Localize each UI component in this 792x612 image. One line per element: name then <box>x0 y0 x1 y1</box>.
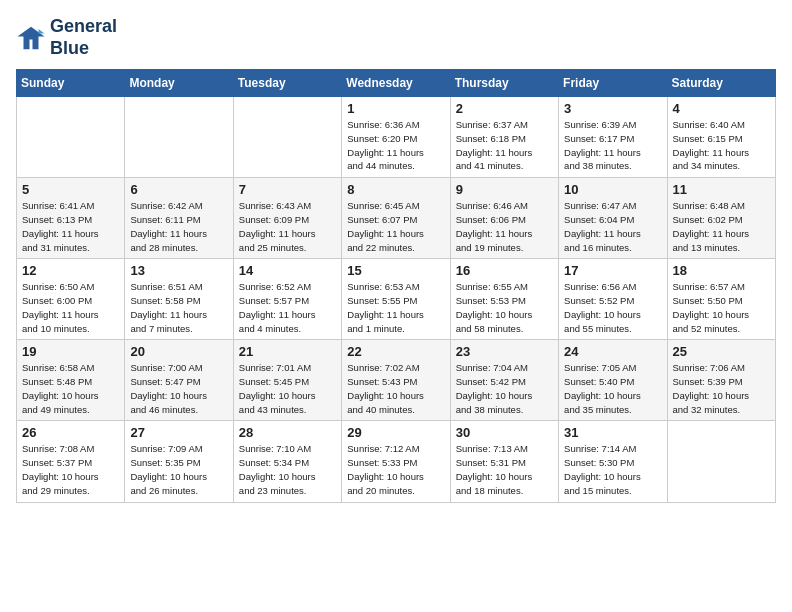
day-info: Sunrise: 6:46 AM Sunset: 6:06 PM Dayligh… <box>456 199 553 254</box>
day-number: 3 <box>564 101 661 116</box>
weekday-header: Tuesday <box>233 70 341 97</box>
calendar-cell: 17Sunrise: 6:56 AM Sunset: 5:52 PM Dayli… <box>559 259 667 340</box>
day-number: 5 <box>22 182 119 197</box>
day-info: Sunrise: 6:37 AM Sunset: 6:18 PM Dayligh… <box>456 118 553 173</box>
svg-marker-0 <box>18 26 45 49</box>
day-info: Sunrise: 7:13 AM Sunset: 5:31 PM Dayligh… <box>456 442 553 497</box>
calendar-week-row: 26Sunrise: 7:08 AM Sunset: 5:37 PM Dayli… <box>17 421 776 502</box>
weekday-header: Thursday <box>450 70 558 97</box>
day-info: Sunrise: 6:51 AM Sunset: 5:58 PM Dayligh… <box>130 280 227 335</box>
calendar-week-row: 5Sunrise: 6:41 AM Sunset: 6:13 PM Daylig… <box>17 178 776 259</box>
day-number: 9 <box>456 182 553 197</box>
calendar-cell <box>17 97 125 178</box>
day-number: 1 <box>347 101 444 116</box>
day-info: Sunrise: 6:36 AM Sunset: 6:20 PM Dayligh… <box>347 118 444 173</box>
day-info: Sunrise: 7:09 AM Sunset: 5:35 PM Dayligh… <box>130 442 227 497</box>
calendar-cell: 22Sunrise: 7:02 AM Sunset: 5:43 PM Dayli… <box>342 340 450 421</box>
logo-icon <box>16 23 46 53</box>
calendar-cell: 19Sunrise: 6:58 AM Sunset: 5:48 PM Dayli… <box>17 340 125 421</box>
calendar-cell <box>667 421 775 502</box>
calendar-cell: 26Sunrise: 7:08 AM Sunset: 5:37 PM Dayli… <box>17 421 125 502</box>
day-info: Sunrise: 6:42 AM Sunset: 6:11 PM Dayligh… <box>130 199 227 254</box>
day-info: Sunrise: 6:58 AM Sunset: 5:48 PM Dayligh… <box>22 361 119 416</box>
day-number: 12 <box>22 263 119 278</box>
day-number: 30 <box>456 425 553 440</box>
logo: General Blue <box>16 16 117 59</box>
weekday-header: Wednesday <box>342 70 450 97</box>
day-number: 27 <box>130 425 227 440</box>
calendar-cell: 25Sunrise: 7:06 AM Sunset: 5:39 PM Dayli… <box>667 340 775 421</box>
day-info: Sunrise: 7:04 AM Sunset: 5:42 PM Dayligh… <box>456 361 553 416</box>
day-info: Sunrise: 7:10 AM Sunset: 5:34 PM Dayligh… <box>239 442 336 497</box>
day-number: 13 <box>130 263 227 278</box>
day-info: Sunrise: 6:41 AM Sunset: 6:13 PM Dayligh… <box>22 199 119 254</box>
day-info: Sunrise: 6:47 AM Sunset: 6:04 PM Dayligh… <box>564 199 661 254</box>
calendar-cell: 18Sunrise: 6:57 AM Sunset: 5:50 PM Dayli… <box>667 259 775 340</box>
calendar-cell: 27Sunrise: 7:09 AM Sunset: 5:35 PM Dayli… <box>125 421 233 502</box>
calendar-cell: 6Sunrise: 6:42 AM Sunset: 6:11 PM Daylig… <box>125 178 233 259</box>
day-info: Sunrise: 6:57 AM Sunset: 5:50 PM Dayligh… <box>673 280 770 335</box>
day-number: 23 <box>456 344 553 359</box>
day-number: 15 <box>347 263 444 278</box>
day-number: 2 <box>456 101 553 116</box>
day-number: 8 <box>347 182 444 197</box>
calendar-cell: 3Sunrise: 6:39 AM Sunset: 6:17 PM Daylig… <box>559 97 667 178</box>
day-info: Sunrise: 6:52 AM Sunset: 5:57 PM Dayligh… <box>239 280 336 335</box>
calendar-cell: 7Sunrise: 6:43 AM Sunset: 6:09 PM Daylig… <box>233 178 341 259</box>
day-number: 31 <box>564 425 661 440</box>
day-number: 24 <box>564 344 661 359</box>
calendar-week-row: 1Sunrise: 6:36 AM Sunset: 6:20 PM Daylig… <box>17 97 776 178</box>
calendar-cell: 30Sunrise: 7:13 AM Sunset: 5:31 PM Dayli… <box>450 421 558 502</box>
day-number: 6 <box>130 182 227 197</box>
day-number: 29 <box>347 425 444 440</box>
day-info: Sunrise: 6:53 AM Sunset: 5:55 PM Dayligh… <box>347 280 444 335</box>
calendar-cell: 14Sunrise: 6:52 AM Sunset: 5:57 PM Dayli… <box>233 259 341 340</box>
calendar-cell <box>125 97 233 178</box>
calendar-cell: 15Sunrise: 6:53 AM Sunset: 5:55 PM Dayli… <box>342 259 450 340</box>
calendar-cell: 13Sunrise: 6:51 AM Sunset: 5:58 PM Dayli… <box>125 259 233 340</box>
svg-marker-1 <box>39 29 45 34</box>
day-number: 19 <box>22 344 119 359</box>
calendar-cell: 12Sunrise: 6:50 AM Sunset: 6:00 PM Dayli… <box>17 259 125 340</box>
day-info: Sunrise: 6:50 AM Sunset: 6:00 PM Dayligh… <box>22 280 119 335</box>
calendar-cell: 4Sunrise: 6:40 AM Sunset: 6:15 PM Daylig… <box>667 97 775 178</box>
day-info: Sunrise: 6:45 AM Sunset: 6:07 PM Dayligh… <box>347 199 444 254</box>
day-number: 14 <box>239 263 336 278</box>
day-info: Sunrise: 6:55 AM Sunset: 5:53 PM Dayligh… <box>456 280 553 335</box>
day-number: 28 <box>239 425 336 440</box>
calendar-cell: 31Sunrise: 7:14 AM Sunset: 5:30 PM Dayli… <box>559 421 667 502</box>
day-number: 21 <box>239 344 336 359</box>
day-number: 10 <box>564 182 661 197</box>
calendar-week-row: 12Sunrise: 6:50 AM Sunset: 6:00 PM Dayli… <box>17 259 776 340</box>
weekday-header: Friday <box>559 70 667 97</box>
weekday-header: Sunday <box>17 70 125 97</box>
calendar-cell: 29Sunrise: 7:12 AM Sunset: 5:33 PM Dayli… <box>342 421 450 502</box>
day-info: Sunrise: 6:40 AM Sunset: 6:15 PM Dayligh… <box>673 118 770 173</box>
calendar-cell: 2Sunrise: 6:37 AM Sunset: 6:18 PM Daylig… <box>450 97 558 178</box>
calendar-cell: 1Sunrise: 6:36 AM Sunset: 6:20 PM Daylig… <box>342 97 450 178</box>
calendar: SundayMondayTuesdayWednesdayThursdayFrid… <box>16 69 776 502</box>
weekday-header: Monday <box>125 70 233 97</box>
day-info: Sunrise: 6:48 AM Sunset: 6:02 PM Dayligh… <box>673 199 770 254</box>
calendar-cell: 5Sunrise: 6:41 AM Sunset: 6:13 PM Daylig… <box>17 178 125 259</box>
day-info: Sunrise: 7:14 AM Sunset: 5:30 PM Dayligh… <box>564 442 661 497</box>
calendar-week-row: 19Sunrise: 6:58 AM Sunset: 5:48 PM Dayli… <box>17 340 776 421</box>
weekday-header-row: SundayMondayTuesdayWednesdayThursdayFrid… <box>17 70 776 97</box>
calendar-cell: 9Sunrise: 6:46 AM Sunset: 6:06 PM Daylig… <box>450 178 558 259</box>
day-number: 16 <box>456 263 553 278</box>
calendar-cell: 10Sunrise: 6:47 AM Sunset: 6:04 PM Dayli… <box>559 178 667 259</box>
day-number: 4 <box>673 101 770 116</box>
day-info: Sunrise: 6:39 AM Sunset: 6:17 PM Dayligh… <box>564 118 661 173</box>
day-info: Sunrise: 7:06 AM Sunset: 5:39 PM Dayligh… <box>673 361 770 416</box>
weekday-header: Saturday <box>667 70 775 97</box>
day-number: 17 <box>564 263 661 278</box>
calendar-cell: 16Sunrise: 6:55 AM Sunset: 5:53 PM Dayli… <box>450 259 558 340</box>
calendar-cell: 8Sunrise: 6:45 AM Sunset: 6:07 PM Daylig… <box>342 178 450 259</box>
day-info: Sunrise: 7:12 AM Sunset: 5:33 PM Dayligh… <box>347 442 444 497</box>
day-number: 20 <box>130 344 227 359</box>
day-info: Sunrise: 7:08 AM Sunset: 5:37 PM Dayligh… <box>22 442 119 497</box>
calendar-cell <box>233 97 341 178</box>
day-info: Sunrise: 7:00 AM Sunset: 5:47 PM Dayligh… <box>130 361 227 416</box>
day-number: 22 <box>347 344 444 359</box>
page-header: General Blue <box>16 16 776 59</box>
